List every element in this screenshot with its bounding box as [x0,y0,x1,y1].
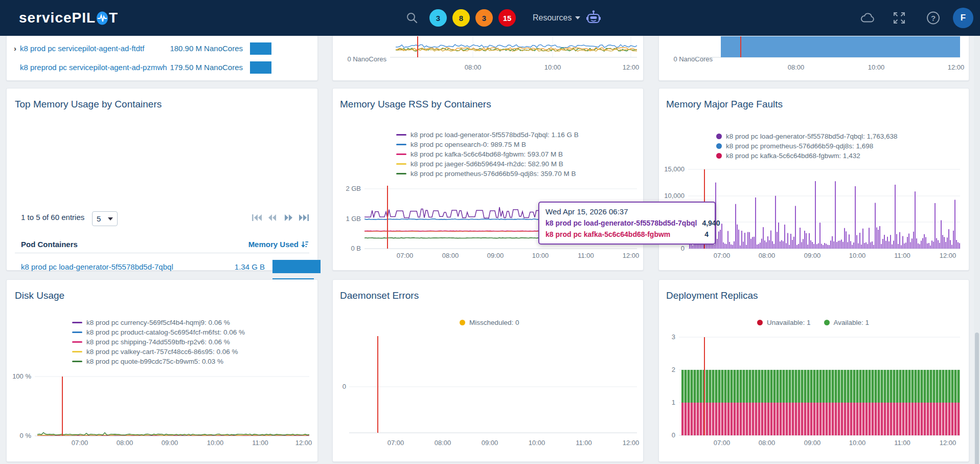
next-page-button[interactable] [282,214,294,222]
svg-text:08:00: 08:00 [435,439,451,447]
fullscreen-icon[interactable] [893,11,906,25]
svg-text:07:00: 07:00 [397,252,414,259]
cpu-usage-area-chart[interactable]: 0 NanoCores08:0010:0012:00 [659,36,970,75]
legend-item[interactable]: k8 prod pc product-catalog-5c6954fcf-m6f… [72,327,245,337]
svg-text:07:00: 07:00 [714,252,731,259]
alert-badge[interactable]: 3 [429,9,447,27]
legend-item[interactable]: k8 prod pc prometheus-576d66b59-qdj8s: 3… [396,169,579,179]
alert-badge[interactable]: 15 [498,9,516,27]
legend-label: k8 prod pc opensearch-0: 989.75 M B [411,141,526,148]
legend-marker [396,173,406,174]
legend-item[interactable]: k8 prod pc valkey-cart-757cf48cc6-86s95:… [72,347,245,357]
legend-item[interactable]: k8 prod pc kafka-5c6c64bd68-fgbwm: 1,432 [716,151,898,161]
top-memory-usage-panel: Top Memory Usage by Containers 1 to 5 of… [6,88,318,271]
legend-marker [72,341,82,343]
legend-item[interactable]: Available: 1 [824,318,870,327]
legend-marker [396,153,406,155]
table-row: k8 prod pc load-generator-5f5578bd5d-7qb… [21,257,316,276]
legend-item[interactable]: k8 prod pc jaeger-5d6b596494-rh2dc: 582.… [396,159,579,169]
legend-label: k8 prod pc prometheus-576d66b59-qdj8s: 3… [411,170,576,178]
logo-text-t: T [109,10,118,26]
legend-label: Misscheduled: 0 [469,319,519,326]
legend-label: k8 prod pc product-catalog-5c6954fcf-m6f… [86,328,245,336]
logo-pulse-icon [96,11,108,25]
legend-marker [72,332,82,333]
resources-dropdown[interactable]: Resources [533,0,580,36]
svg-text:08:00: 08:00 [442,252,459,259]
column-pod-containers[interactable]: Pod Containers [21,240,248,249]
entries-info: 1 to 5 of 60 entries [21,213,84,222]
svg-text:07:00: 07:00 [714,439,731,447]
svg-text:12:00: 12:00 [623,252,640,259]
svg-text:0: 0 [343,383,346,390]
column-memory-used[interactable]: Memory Used [248,240,309,249]
legend-label: k8 prod pc kafka-5c6c64bd68-fgbwm: 593.0… [411,150,563,158]
expand-chevron-icon[interactable]: › [14,44,16,53]
pod-link[interactable]: k8 preprod pc servicepilot-agent-ad-pzmw… [20,63,167,72]
cpu-usage-row: k8 preprod pc servicepilot-agent-ad-pzmw… [13,59,317,76]
legend-item[interactable]: k8 prod pc shipping-74dd559bfb-rp2v6: 0.… [72,337,245,347]
svg-text:11:00: 11:00 [576,439,592,447]
resources-label: Resources [533,13,572,23]
table-header: Pod Containers Memory Used [21,240,309,249]
chevron-down-icon [575,16,580,19]
help-icon[interactable]: ? [926,11,940,25]
svg-text:10:00: 10:00 [529,439,545,447]
daemonset-errors-chart[interactable]: 007:0008:0009:0010:0011:0012:00 [333,328,644,451]
legend-marker [716,153,722,159]
deployment-replicas-chart[interactable]: 321007:0008:0009:0010:0011:0012:00 [659,330,970,451]
svg-text:09:00: 09:00 [162,439,178,447]
svg-text:09:00: 09:00 [487,252,504,259]
legend-item[interactable]: k8 prod pc load-generator-5f5578bd5d-7qb… [716,131,898,141]
legend-item[interactable]: k8 prod pc kafka-5c6c64bd68-fgbwm: 593.0… [396,149,579,159]
legend-marker [72,351,82,352]
legend-marker [72,361,82,362]
legend-marker [824,320,830,325]
search-icon[interactable] [405,11,419,25]
scrollbar-track[interactable] [974,36,980,464]
legend-item[interactable]: k8 prod pc opensearch-0: 989.75 M B [396,140,579,149]
svg-text:11:00: 11:00 [252,439,268,447]
assistant-robot-icon[interactable] [586,10,601,26]
logo-text-service: service [19,10,72,26]
user-avatar[interactable]: F [953,8,973,28]
svg-text:12:00: 12:00 [940,252,956,259]
alert-badge[interactable]: 8 [452,9,470,27]
svg-text:08:00: 08:00 [465,63,482,71]
prev-page-button[interactable] [267,214,279,222]
daemonset-legend: Misscheduled: 0 [460,318,519,327]
svg-text:12:00: 12:00 [623,63,640,71]
legend-label: k8 prod pc kafka-5c6c64bd68-fgbwm: 1,432 [726,152,860,160]
disk-usage-chart[interactable]: 100 %0 %07:0008:0009:0010:0011:0012:00 [7,371,318,451]
tooltip-series-label: k8 prod pc load-generator-5f5578bd5d-7qb… [545,217,697,229]
legend-marker [72,322,82,323]
cpu-bar [250,42,271,55]
cpu-usage-line-chart[interactable]: 0 NanoCores08:0010:0012:00 [333,36,644,75]
last-page-button[interactable] [298,214,309,222]
tooltip-row: k8 prod pc load-generator-5f5578bd5d-7qb… [545,217,709,229]
legend-item[interactable]: k8 prod pc quote-b99cdc75c-b9wm5: 0.03 % [72,357,245,366]
svg-text:10:00: 10:00 [849,439,866,447]
legend-item[interactable]: k8 prod pc load-generator-5f5578bd5d-7qb… [396,130,579,140]
svg-text:07:00: 07:00 [388,439,404,447]
legend-item[interactable]: Unavailable: 1 [757,318,811,327]
legend-item[interactable]: k8 prod pc prometheus-576d66b59-qdj8s: 1… [716,141,898,151]
deployment-legend: Unavailable: 1Available: 1 [757,318,869,327]
pod-link[interactable]: k8 prod pc servicepilot-agent-ad-ftdtf [20,44,144,53]
page-size-value: 5 [97,214,101,223]
first-page-button[interactable] [252,214,263,222]
scrollbar-thumb[interactable] [975,333,979,464]
sort-icon [301,240,309,248]
legend-item[interactable]: k8 prod pc currency-569f5cf4b4-hqmj9: 0.… [72,318,245,327]
alert-badge[interactable]: 3 [475,9,493,27]
legend-item[interactable]: Misscheduled: 0 [460,318,519,327]
svg-text:08:00: 08:00 [759,439,776,447]
legend-label: Unavailable: 1 [767,319,811,326]
servicepilot-logo[interactable]: servicePILT [19,0,118,36]
cloud-icon[interactable] [860,12,875,24]
daemonset-errors-panel: Daemonset Errors Misscheduled: 0 007:000… [332,279,644,462]
pod-link[interactable]: k8 prod pc load-generator-5f5578bd5d-7qb… [21,262,216,271]
page-size-select[interactable]: 5 [92,211,118,226]
legend-label: k8 prod pc jaeger-5d6b596494-rh2dc: 582.… [411,160,563,168]
svg-text:0 NanoCores: 0 NanoCores [347,55,386,63]
